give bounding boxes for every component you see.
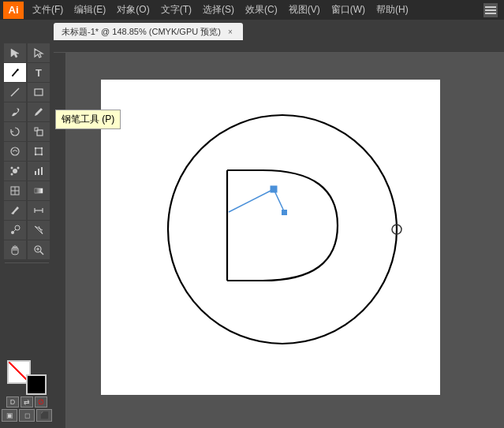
screen-mode-row: ▣ ◻ ⬛ bbox=[2, 409, 52, 422]
slice-tool[interactable] bbox=[28, 221, 50, 240]
color-area: D ⇄ ∅ ▣ ◻ ⬛ bbox=[2, 360, 52, 425]
svg-rect-24 bbox=[35, 188, 43, 193]
measure-tool[interactable] bbox=[28, 201, 50, 220]
svg-rect-18 bbox=[35, 171, 36, 175]
type-tool[interactable]: T bbox=[28, 63, 50, 82]
main-layout: 钢笔工具 (P) T bbox=[0, 40, 504, 428]
svg-point-8 bbox=[11, 147, 19, 155]
tool-row-4 bbox=[2, 102, 52, 121]
menu-view[interactable]: 视图(V) bbox=[283, 2, 326, 19]
svg-rect-20 bbox=[41, 167, 43, 175]
menu-effect[interactable]: 效果(C) bbox=[240, 2, 283, 19]
app-logo: Ai bbox=[3, 2, 24, 19]
default-colors-button[interactable]: D bbox=[6, 396, 19, 408]
svg-point-11 bbox=[41, 147, 43, 149]
left-toolbar: 钢笔工具 (P) T bbox=[0, 40, 54, 428]
svg-rect-9 bbox=[35, 148, 42, 154]
menu-edit[interactable]: 编辑(E) bbox=[69, 2, 111, 19]
tool-row-10 bbox=[2, 221, 52, 240]
tool-row-11 bbox=[2, 240, 52, 259]
swatch-container bbox=[7, 360, 47, 395]
svg-point-3 bbox=[17, 69, 18, 70]
tab-title: 未标题-1* @ 148.85% (CMYK/GPU 预览) bbox=[62, 26, 221, 38]
svg-point-13 bbox=[41, 154, 43, 155]
ruler-top bbox=[54, 40, 504, 53]
menu-window[interactable]: 窗口(W) bbox=[326, 2, 371, 19]
svg-point-10 bbox=[35, 147, 36, 149]
canvas-area[interactable] bbox=[54, 40, 504, 428]
mesh-tool[interactable] bbox=[4, 181, 26, 200]
pen-tool[interactable] bbox=[4, 63, 26, 82]
stroke-swatch[interactable] bbox=[26, 374, 47, 395]
svg-line-4 bbox=[11, 88, 19, 96]
graph-tool[interactable] bbox=[28, 162, 50, 181]
gradient-tool[interactable] bbox=[28, 181, 50, 200]
free-transform-tool[interactable] bbox=[28, 142, 50, 161]
tool-row-7 bbox=[2, 162, 52, 181]
workspace-switcher[interactable] bbox=[483, 3, 498, 17]
svg-point-12 bbox=[35, 154, 36, 155]
tab-bar: 未标题-1* @ 148.85% (CMYK/GPU 预览) × bbox=[0, 20, 504, 40]
svg-rect-0 bbox=[485, 6, 496, 8]
menu-text[interactable]: 文字(T) bbox=[155, 2, 197, 19]
paintbrush-tool[interactable] bbox=[4, 102, 26, 121]
svg-point-28 bbox=[11, 231, 14, 234]
tool-row-2: T bbox=[2, 63, 52, 82]
eyedropper-tool[interactable] bbox=[4, 201, 26, 220]
artboard bbox=[101, 80, 440, 395]
ruler-left bbox=[54, 53, 66, 428]
svg-rect-5 bbox=[35, 89, 43, 95]
blend-tool[interactable] bbox=[4, 221, 26, 240]
svg-point-17 bbox=[11, 173, 13, 176]
presentation-button[interactable]: ⬛ bbox=[36, 409, 52, 422]
tool-row-9 bbox=[2, 201, 52, 220]
normal-screen-button[interactable]: ▣ bbox=[2, 409, 17, 422]
svg-point-15 bbox=[11, 167, 13, 169]
tool-row-3 bbox=[2, 83, 52, 102]
hand-tool[interactable] bbox=[4, 240, 26, 259]
scale-tool[interactable] bbox=[28, 122, 50, 141]
document-tab[interactable]: 未标题-1* @ 148.85% (CMYK/GPU 预览) × bbox=[54, 23, 243, 40]
menu-object[interactable]: 对象(O) bbox=[111, 2, 155, 19]
menu-select[interactable]: 选择(S) bbox=[197, 2, 240, 19]
none-button[interactable]: ∅ bbox=[35, 396, 47, 408]
svg-rect-19 bbox=[38, 169, 39, 175]
pencil-tool[interactable] bbox=[28, 102, 50, 121]
direct-select-tool[interactable] bbox=[28, 43, 50, 62]
fullscreen-button[interactable]: ◻ bbox=[19, 409, 35, 422]
svg-line-30 bbox=[13, 229, 16, 232]
swatch-reset-row: D ⇄ ∅ bbox=[6, 396, 47, 408]
svg-line-32 bbox=[40, 251, 43, 255]
swap-colors-button[interactable]: ⇄ bbox=[21, 396, 33, 408]
toolbar-divider bbox=[5, 262, 49, 263]
menu-bar: Ai 文件(F) 编辑(E) 对象(O) 文字(T) 选择(S) 效果(C) 视… bbox=[0, 0, 504, 20]
tool-row-8 bbox=[2, 181, 52, 200]
zoom-tool[interactable] bbox=[28, 240, 50, 259]
tool-row-1 bbox=[2, 43, 52, 62]
line-tool[interactable] bbox=[4, 83, 26, 102]
rect-tool[interactable] bbox=[28, 83, 50, 102]
selection-tool[interactable] bbox=[4, 43, 26, 62]
tool-row-5 bbox=[2, 122, 52, 141]
symbol-tool[interactable] bbox=[4, 162, 26, 181]
svg-point-16 bbox=[17, 167, 20, 169]
rotate-tool[interactable] bbox=[4, 122, 26, 141]
svg-point-14 bbox=[13, 169, 17, 173]
svg-rect-2 bbox=[485, 13, 496, 14]
tab-close-button[interactable]: × bbox=[226, 27, 235, 36]
warp-tool[interactable] bbox=[4, 142, 26, 161]
menu-file[interactable]: 文件(F) bbox=[27, 2, 69, 19]
menu-help[interactable]: 帮助(H) bbox=[371, 2, 414, 19]
tool-row-6 bbox=[2, 142, 52, 161]
svg-rect-1 bbox=[485, 9, 496, 11]
